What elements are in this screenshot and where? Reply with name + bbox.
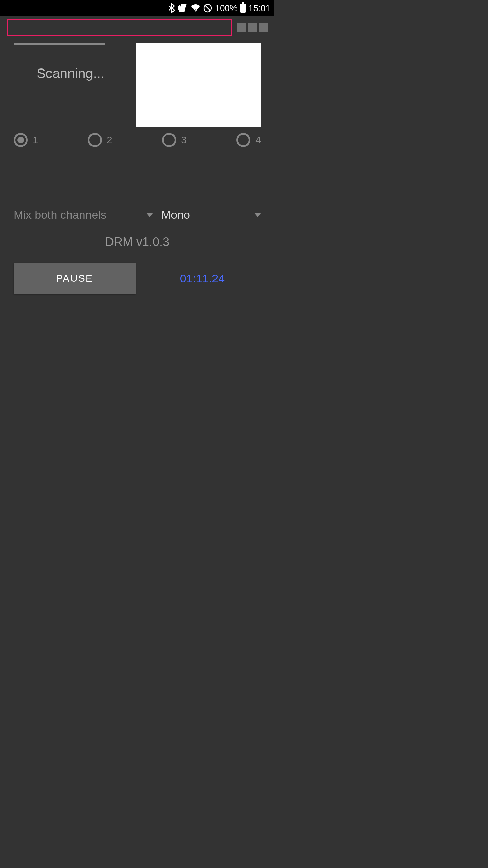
- svg-text:↕: ↕: [195, 8, 197, 12]
- wifi-icon: ↕: [190, 4, 201, 12]
- main-content: Scanning... 1 2 3 4 Mix both channels Mo…: [0, 38, 274, 299]
- chevron-down-icon: [146, 213, 153, 217]
- left-panel: Scanning...: [14, 43, 127, 127]
- preview-panel: [136, 43, 261, 127]
- pause-button[interactable]: PAUSE: [14, 263, 136, 294]
- scanning-label: Scanning...: [14, 66, 127, 81]
- square-icon: [237, 23, 246, 32]
- radio-circle-icon: [88, 133, 102, 147]
- radio-option-2[interactable]: 2: [88, 133, 113, 147]
- top-section: Scanning...: [14, 43, 261, 127]
- progress-bar: [14, 43, 105, 45]
- svg-line-3: [205, 5, 210, 11]
- battery-percent: 100%: [215, 3, 238, 14]
- radio-group: 1 2 3 4: [14, 133, 261, 147]
- radio-option-4[interactable]: 4: [236, 133, 261, 147]
- highlight-box: [7, 19, 232, 36]
- version-label: DRM v1.0.3: [14, 235, 261, 249]
- radio-option-3[interactable]: 3: [162, 133, 187, 147]
- no-sim-icon: [203, 4, 212, 13]
- bottom-row: PAUSE 01:11.24: [14, 263, 261, 294]
- vibrate-icon: [178, 3, 188, 13]
- radio-circle-icon: [236, 133, 250, 147]
- radio-label: 3: [181, 134, 187, 146]
- dropdown-row: Mix both channels Mono: [14, 208, 261, 221]
- radio-circle-icon: [162, 133, 176, 147]
- square-icon: [248, 23, 257, 32]
- radio-option-1[interactable]: 1: [14, 133, 38, 147]
- status-bar: ↕ 100% 15:01: [0, 0, 274, 16]
- mono-dropdown[interactable]: Mono: [161, 208, 261, 221]
- status-time: 15:01: [248, 3, 270, 14]
- dropdown-value: Mono: [161, 208, 190, 221]
- square-icon: [259, 23, 268, 32]
- battery-icon: [240, 4, 246, 13]
- radio-label: 4: [255, 134, 261, 146]
- timer-display: 01:11.24: [144, 272, 261, 285]
- bluetooth-icon: [169, 3, 175, 13]
- radio-label: 1: [33, 134, 38, 146]
- radio-circle-icon: [14, 133, 28, 147]
- dropdown-value: Mix both channels: [14, 208, 106, 221]
- mix-channels-dropdown[interactable]: Mix both channels: [14, 208, 153, 221]
- radio-label: 2: [107, 134, 113, 146]
- menu-squares[interactable]: [237, 23, 268, 32]
- chevron-down-icon: [254, 213, 261, 217]
- app-header: [0, 16, 274, 38]
